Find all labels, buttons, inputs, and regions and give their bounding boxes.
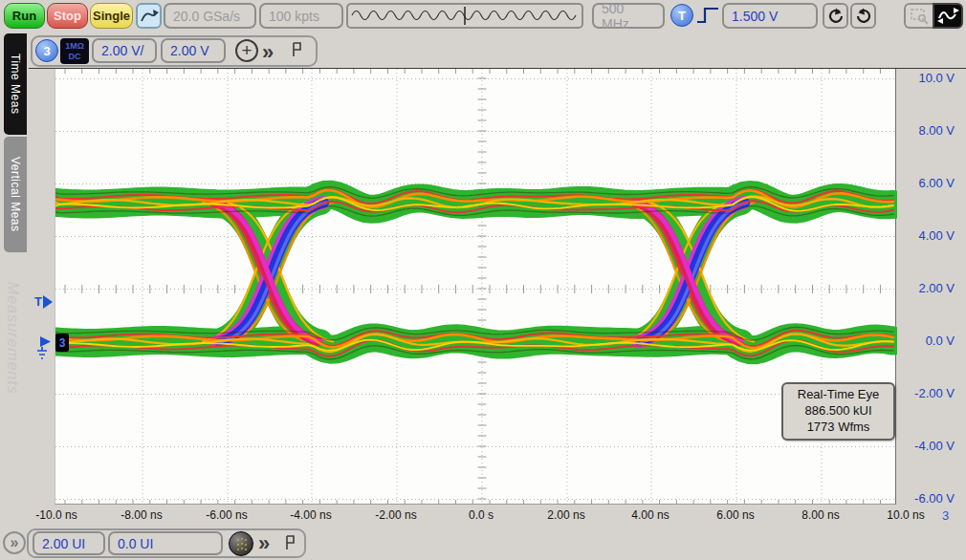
waveform-action-button[interactable] bbox=[136, 3, 162, 29]
trigger-slope-button[interactable] bbox=[695, 5, 720, 26]
undo-icon bbox=[826, 7, 845, 26]
sidebar-expander-button[interactable]: » bbox=[3, 531, 26, 554]
ui-scale-field[interactable]: 2.00 UI bbox=[33, 531, 105, 555]
coupling-mode: DC bbox=[69, 52, 81, 61]
trigger-level-field[interactable]: 1.500 V bbox=[722, 3, 818, 29]
vertical-scale-field[interactable]: 2.00 V/ bbox=[92, 38, 157, 63]
x-tick-label: 4.00 ns bbox=[622, 508, 679, 522]
rising-edge-icon bbox=[695, 5, 720, 26]
curved-arrow-icon bbox=[140, 9, 159, 24]
pin-icon bbox=[290, 41, 302, 58]
channel-waveform-marker[interactable]: 3 bbox=[55, 334, 69, 352]
y-tick-label: 10.0 V bbox=[899, 71, 955, 85]
ui-offset-field[interactable]: 0.0 UI bbox=[108, 531, 223, 555]
x-tick-label: -4.00 ns bbox=[282, 508, 340, 522]
trigger-source-button[interactable]: T bbox=[670, 4, 693, 27]
y-tick-label: -4.00 V bbox=[899, 439, 955, 453]
vertical-offset-field[interactable]: 2.00 V bbox=[161, 38, 226, 63]
x-tick-label: 6.00 ns bbox=[707, 508, 764, 522]
undo-button[interactable] bbox=[823, 3, 848, 29]
single-button[interactable]: Single bbox=[90, 3, 133, 29]
knob-dots-icon bbox=[230, 532, 254, 557]
info-title: Real-Time Eye bbox=[791, 387, 886, 403]
ground-icon bbox=[34, 333, 55, 361]
y-tick-label: 6.00 V bbox=[899, 176, 955, 190]
x-tick-label: 10.0 ns bbox=[877, 508, 934, 522]
tab-vertical-meas[interactable]: Vertical Meas bbox=[4, 137, 27, 252]
eye-diagram-canvas bbox=[55, 69, 897, 505]
channel-more-button[interactable]: » bbox=[262, 42, 274, 63]
waveform-arrows-icon bbox=[936, 7, 959, 25]
x-tick-label: -10.0 ns bbox=[28, 508, 85, 522]
channel-3-button[interactable]: 3 bbox=[35, 39, 58, 62]
y-tick-label: 8.00 V bbox=[899, 123, 955, 138]
trigger-marker-letter: T bbox=[34, 294, 42, 309]
channel-pin-button[interactable] bbox=[290, 41, 302, 58]
x-tick-label: 2.00 ns bbox=[538, 508, 595, 522]
timebase-preview[interactable] bbox=[346, 3, 583, 29]
bandwidth-field[interactable]: 500 MHz bbox=[592, 3, 665, 29]
x-tick-label: -8.00 ns bbox=[113, 508, 170, 522]
stop-button[interactable]: Stop bbox=[47, 3, 88, 29]
coupling-badge[interactable]: 1MΩ DC bbox=[60, 38, 89, 64]
horizontal-knob[interactable] bbox=[229, 531, 253, 556]
x-tick-label: 0.0 s bbox=[452, 508, 510, 522]
horizontal-pin-button[interactable] bbox=[283, 534, 296, 551]
y-tick-label: -2.00 V bbox=[899, 386, 955, 400]
y-tick-label: 4.00 V bbox=[899, 228, 955, 243]
redo-button[interactable] bbox=[850, 3, 876, 29]
trigger-level-marker[interactable]: T bbox=[34, 294, 53, 309]
redo-icon bbox=[854, 7, 873, 26]
plot-area[interactable]: 3 bbox=[55, 69, 896, 505]
x-tick-label: 8.00 ns bbox=[792, 508, 849, 522]
run-button[interactable]: Run bbox=[4, 3, 45, 29]
selection-magnifier-icon bbox=[909, 7, 930, 26]
zoom-select-button[interactable] bbox=[904, 3, 933, 29]
tab-time-meas[interactable]: Time Meas bbox=[4, 33, 27, 135]
axis-channel-indicator: 3 bbox=[942, 508, 961, 523]
coupling-impedance: 1MΩ bbox=[65, 41, 84, 51]
waveform-view-button[interactable] bbox=[933, 3, 963, 29]
pin-icon bbox=[283, 534, 296, 551]
waveform-preview-icon bbox=[348, 5, 582, 27]
y-tick-label: 0.0 V bbox=[899, 334, 955, 348]
info-wfms-count: 1773 Wfms bbox=[791, 420, 886, 436]
y-tick-label: 2.00 V bbox=[899, 281, 955, 295]
add-channel-button[interactable]: + bbox=[235, 39, 258, 62]
ground-reference-marker[interactable] bbox=[34, 333, 55, 361]
x-tick-label: -6.00 ns bbox=[198, 508, 255, 522]
measurements-watermark: Measurements bbox=[4, 282, 21, 395]
info-ui-count: 886.500 kUI bbox=[791, 403, 886, 420]
sample-rate-field[interactable]: 20.0 GSa/s bbox=[164, 3, 256, 29]
memory-depth-field[interactable]: 100 kpts bbox=[259, 3, 343, 29]
horizontal-more-button[interactable]: » bbox=[258, 533, 270, 554]
x-tick-label: -2.00 ns bbox=[367, 508, 425, 522]
y-tick-label: -6.00 V bbox=[899, 491, 955, 506]
eye-info-box[interactable]: Real-Time Eye 886.500 kUI 1773 Wfms bbox=[781, 382, 895, 441]
trigger-arrow-icon bbox=[43, 295, 53, 309]
